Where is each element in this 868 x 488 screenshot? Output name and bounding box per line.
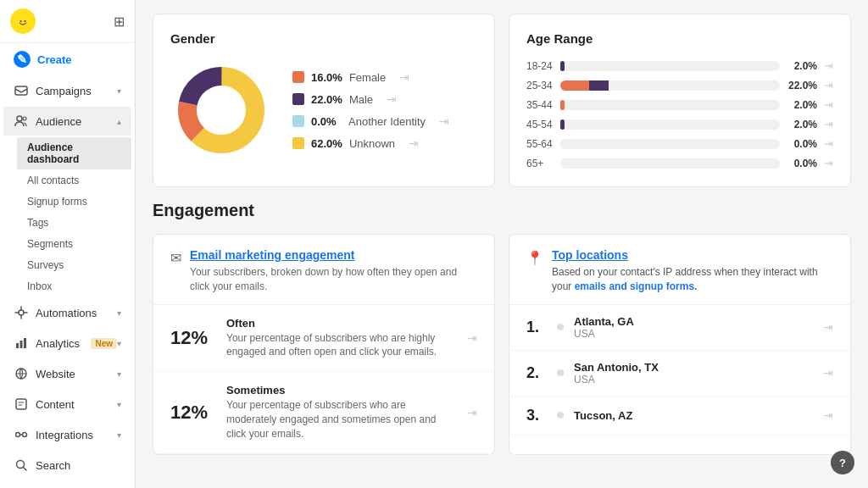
sidebar-item-inbox[interactable]: Inbox [17, 276, 131, 297]
loc-send-3[interactable]: ⇥ [823, 408, 833, 422]
engage-sometimes-desc: Your percentage of subscribers who are m… [226, 398, 453, 441]
help-button[interactable]: ? [831, 451, 854, 474]
nav-item-website[interactable]: Website ▾ [3, 359, 131, 388]
sidebar-item-all-contacts[interactable]: All contacts [17, 170, 131, 191]
age-bar-fill-18-24 [560, 61, 565, 71]
age-send-25-34[interactable]: ⇥ [824, 79, 833, 92]
loc-city-2: San Antonio, TX [574, 361, 813, 374]
email-engagement-desc: Your subscribers, broken down by how oft… [190, 265, 477, 294]
female-send-icon[interactable]: ⇥ [399, 70, 409, 84]
female-label: Female [349, 71, 386, 84]
age-pct-55-64: 0.0% [787, 138, 817, 150]
age-send-18-24[interactable]: ⇥ [824, 59, 833, 72]
nav-label-website: Website [36, 368, 117, 380]
engage-sometimes-title: Sometimes [226, 384, 453, 396]
email-engagement-link[interactable]: Email marketing engagement [190, 248, 477, 262]
age-send-65plus[interactable]: ⇥ [824, 157, 833, 169]
nav-label-integrations: Integrations [36, 429, 117, 441]
gender-legend-another: 0.0% Another Identity ⇥ [292, 114, 449, 128]
unknown-send-icon[interactable]: ⇥ [409, 136, 419, 150]
sidebar-toggle-icon[interactable]: ⊞ [114, 14, 125, 30]
female-pct: 16.0% [311, 71, 342, 84]
engage-often-send-icon[interactable]: ⇥ [467, 331, 477, 345]
age-pct-35-44: 2.0% [787, 99, 817, 111]
loc-send-1[interactable]: ⇥ [823, 320, 833, 334]
unknown-pct: 62.0% [311, 137, 342, 150]
age-row-35-44: 35-44 2.0% ⇥ [526, 98, 833, 111]
age-bar-35-44 [560, 100, 780, 110]
top-locations-card: 📍 Top locations Based on your contact's … [509, 234, 851, 455]
nav-label-analytics: Analytics [36, 337, 87, 350]
nav-item-audience[interactable]: Audience ▴ [3, 107, 131, 136]
loc-dot-1 [557, 324, 564, 330]
website-chevron: ▾ [117, 369, 121, 379]
sidebar-item-signup-forms[interactable]: Signup forms [17, 191, 131, 212]
engagement-row: ✉ Email marketing engagement Your subscr… [153, 234, 851, 455]
nav-item-search[interactable]: Search [3, 451, 131, 480]
gender-legend-female: 16.0% Female ⇥ [292, 70, 449, 84]
loc-country-2: USA [574, 374, 813, 385]
engage-often-row: 12% Often Your percentage of subscribers… [153, 305, 494, 373]
gender-card-title: Gender [170, 31, 477, 46]
male-pct: 22.0% [311, 93, 342, 106]
nav-item-analytics[interactable]: Analytics New ▾ [3, 329, 131, 358]
svg-point-2 [20, 20, 22, 22]
loc-info-san-antonio: San Antonio, TX USA [574, 361, 813, 385]
mailchimp-logo[interactable] [10, 8, 36, 34]
loc-dot-3 [557, 412, 564, 419]
age-row-25-34: 25-34 22.0% ⇥ [526, 79, 833, 92]
age-pct-65plus: 0.0% [787, 158, 817, 169]
another-send-icon[interactable]: ⇥ [439, 114, 449, 128]
loc-city-1: Atlanta, GA [574, 315, 813, 328]
svg-point-6 [23, 117, 26, 120]
audience-sub-nav: Audience dashboard All contacts Signup f… [0, 136, 135, 297]
female-color-dot [292, 71, 304, 83]
age-bar-25-34 [560, 80, 780, 91]
male-send-icon[interactable]: ⇥ [387, 92, 397, 106]
loc-row-atlanta: 1. Atlanta, GA USA ⇥ [509, 305, 850, 351]
loc-num-1: 1. [526, 319, 547, 336]
age-range-card: Age Range 18-24 2.0% ⇥ 25-34 [509, 14, 851, 187]
engage-sometimes-send-icon[interactable]: ⇥ [467, 406, 477, 419]
engage-often-title: Often [226, 317, 453, 330]
unknown-color-dot [292, 137, 304, 149]
top-locations-link[interactable]: Top locations [552, 248, 833, 262]
age-label-18-24: 18-24 [526, 60, 554, 72]
nav-item-automations[interactable]: Automations ▾ [3, 298, 131, 327]
svg-point-20 [198, 86, 245, 134]
age-send-35-44[interactable]: ⇥ [824, 98, 833, 111]
age-pct-45-54: 2.0% [787, 119, 817, 130]
nav-item-integrations[interactable]: Integrations ▾ [3, 420, 131, 449]
male-label: Male [349, 93, 373, 106]
age-send-55-64[interactable]: ⇥ [824, 137, 833, 150]
nav-item-create[interactable]: ✎ Create [3, 44, 131, 75]
bottom-notification[interactable]: 2 B [0, 480, 135, 488]
loc-row-san-antonio: 2. San Antonio, TX USA ⇥ [509, 351, 850, 396]
sidebar-item-tags[interactable]: Tags [17, 213, 131, 233]
gender-content: 16.0% Female ⇥ 22.0% Male ⇥ 0.0% [170, 59, 477, 161]
integrations-chevron: ▾ [117, 430, 121, 440]
loc-send-2[interactable]: ⇥ [823, 366, 833, 380]
age-send-45-54[interactable]: ⇥ [824, 118, 833, 130]
nav-item-campaigns[interactable]: Campaigns ▾ [3, 76, 131, 105]
age-bar-25-34-fill [560, 80, 780, 91]
sidebar-item-segments[interactable]: Segments [17, 234, 131, 254]
campaigns-chevron: ▾ [117, 86, 121, 96]
loc-desc-link[interactable]: emails and signup forms. [575, 280, 698, 292]
create-icon: ✎ [14, 51, 31, 68]
loc-city-3: Tucson, AZ [574, 409, 813, 422]
loc-desc: Based on your contact's IP address when … [552, 265, 833, 294]
another-label: Another Identity [348, 115, 426, 128]
nav-item-content[interactable]: Content ▾ [3, 390, 131, 419]
sidebar-item-audience-dashboard[interactable]: Audience dashboard [17, 137, 131, 169]
content-icon [14, 396, 29, 412]
unknown-label: Unknown [349, 137, 395, 150]
age-range-grid: 18-24 2.0% ⇥ 25-34 [526, 59, 833, 169]
nav-label-campaigns: Campaigns [36, 85, 117, 97]
website-icon [14, 366, 29, 381]
age-pct-25-34: 22.0% [787, 80, 817, 92]
age-label-45-54: 45-54 [526, 119, 554, 130]
sidebar-item-surveys[interactable]: Surveys [17, 255, 131, 275]
gender-age-row: Gender [153, 14, 851, 187]
gender-legend-male: 22.0% Male ⇥ [292, 92, 449, 106]
